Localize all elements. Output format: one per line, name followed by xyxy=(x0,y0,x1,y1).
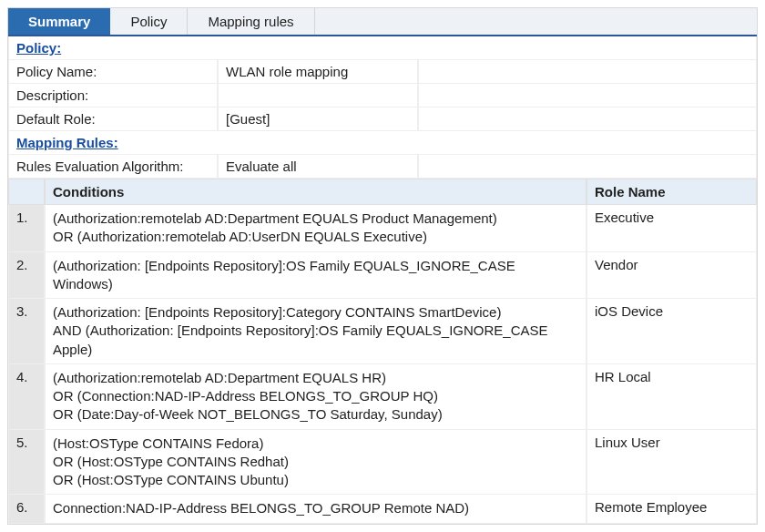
condition-line: OR (Connection:NAD-IP-Address BELONGS_TO… xyxy=(53,387,578,405)
rule-role-name: Vendor xyxy=(586,252,757,300)
rule-conditions: (Authorization: [Endpoints Repository]:C… xyxy=(45,299,586,364)
policy-panel: Summary Policy Mapping rules Policy: Pol… xyxy=(7,7,758,525)
algo-label: Rules Evaluation Algorithm: xyxy=(8,155,218,179)
table-row: 5.(Host:OSType CONTAINS Fedora)OR (Host:… xyxy=(8,430,757,496)
condition-line: (Authorization:remotelab AD:Department E… xyxy=(53,369,578,387)
condition-line: OR (Authorization:remotelab AD:UserDN EQ… xyxy=(53,228,578,246)
rules-body: 1.(Authorization:remotelab AD:Department… xyxy=(8,205,757,524)
tab-bar: Summary Policy Mapping rules xyxy=(8,8,757,36)
rule-conditions: (Authorization:remotelab AD:Department E… xyxy=(45,364,586,430)
rule-number: 6. xyxy=(8,495,45,523)
condition-line: OR (Date:Day-of-Week NOT_BELONGS_TO Satu… xyxy=(53,405,578,424)
table-row: 2.(Authorization: [Endpoints Repository]… xyxy=(8,252,757,300)
rule-conditions: (Authorization: [Endpoints Repository]:O… xyxy=(45,252,586,300)
rule-number: 3. xyxy=(8,299,45,364)
tab-policy[interactable]: Policy xyxy=(110,8,188,35)
rule-conditions: Connection:NAD-IP-Address BELONGS_TO_GRO… xyxy=(45,495,586,523)
table-row: 3.(Authorization: [Endpoints Repository]… xyxy=(8,299,757,364)
rule-role-name: HR Local xyxy=(586,364,757,430)
mapping-section-header: Mapping Rules: xyxy=(8,131,757,155)
rule-role-name: Remote Employee xyxy=(586,495,757,523)
condition-line: OR (Host:OSType CONTAINS Ubuntu) xyxy=(53,471,578,489)
rules-header-row: Conditions Role Name xyxy=(8,179,757,205)
policy-section-header: Policy: xyxy=(8,36,757,60)
condition-line: (Authorization: [Endpoints Repository]:O… xyxy=(53,257,578,275)
rule-role-name: Linux User xyxy=(586,430,757,496)
rule-role-name: iOS Device xyxy=(586,299,757,364)
tab-summary[interactable]: Summary xyxy=(8,8,110,35)
tab-mapping-rules[interactable]: Mapping rules xyxy=(188,8,314,35)
algo-value: Evaluate all xyxy=(218,155,418,179)
table-row: 1.(Authorization:remotelab AD:Department… xyxy=(8,205,757,252)
description-label: Description: xyxy=(8,84,218,107)
rule-conditions: (Authorization:remotelab AD:Department E… xyxy=(45,205,586,252)
rule-number: 4. xyxy=(8,364,45,430)
rule-number: 2. xyxy=(8,252,45,300)
policy-name-extra xyxy=(418,60,757,84)
condition-line: OR (Host:OSType CONTAINS Redhat) xyxy=(53,453,578,471)
condition-line: Connection:NAD-IP-Address BELONGS_TO_GRO… xyxy=(53,499,578,517)
table-row: 6.Connection:NAD-IP-Address BELONGS_TO_G… xyxy=(8,495,757,523)
policy-grid: Policy Name: WLAN role mapping Descripti… xyxy=(8,60,757,131)
policy-name-label: Policy Name: xyxy=(8,60,218,84)
default-role-extra xyxy=(418,107,757,131)
policy-link[interactable]: Policy: xyxy=(16,40,61,56)
condition-line: (Authorization: [Endpoints Repository]:C… xyxy=(53,303,578,322)
description-value xyxy=(218,84,418,107)
rule-role-name: Executive xyxy=(586,205,757,252)
algo-extra xyxy=(418,155,757,179)
rules-header-role: Role Name xyxy=(586,179,757,205)
condition-line: Windows) xyxy=(53,275,578,293)
condition-line: Apple) xyxy=(53,341,578,359)
default-role-label: Default Role: xyxy=(8,107,218,131)
rules-header-num xyxy=(8,179,45,205)
rules-header-conditions: Conditions xyxy=(45,179,586,205)
condition-line: (Host:OSType CONTAINS Fedora) xyxy=(53,435,578,453)
policy-name-value: WLAN role mapping xyxy=(218,60,418,84)
mapping-rules-link[interactable]: Mapping Rules: xyxy=(16,135,118,150)
table-row: 4.(Authorization:remotelab AD:Department… xyxy=(8,364,757,430)
rule-conditions: (Host:OSType CONTAINS Fedora)OR (Host:OS… xyxy=(45,430,586,496)
mapping-algo-row: Rules Evaluation Algorithm: Evaluate all xyxy=(8,155,757,179)
rule-number: 1. xyxy=(8,205,45,252)
rule-number: 5. xyxy=(8,430,45,496)
condition-line: (Authorization:remotelab AD:Department E… xyxy=(53,210,578,228)
default-role-value: [Guest] xyxy=(218,107,418,131)
condition-line: AND (Authorization: [Endpoints Repositor… xyxy=(53,322,578,340)
description-extra xyxy=(418,84,757,107)
